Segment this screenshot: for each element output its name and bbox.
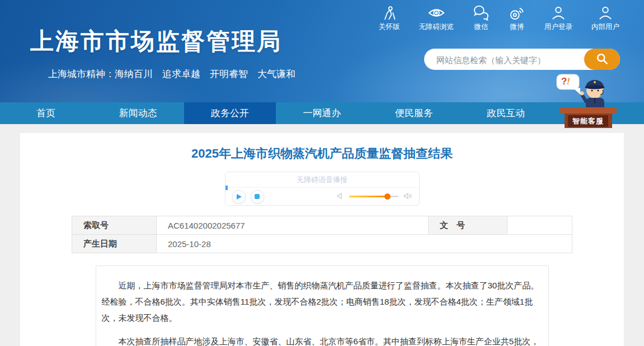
nav-item-public-services[interactable]: 便民服务 bbox=[368, 102, 460, 124]
smart-customer-service-mascot[interactable]: ?! 智能客服 bbox=[556, 73, 621, 129]
quick-link-weibo[interactable]: 微博 bbox=[509, 4, 525, 32]
audio-controls bbox=[225, 188, 419, 205]
wechat-icon bbox=[473, 4, 490, 21]
quick-link-user-login[interactable]: 用户登录 bbox=[544, 4, 572, 32]
main-nav: 首页 新闻动态 政务公开 一网通办 便民服务 政民互动 专题 bbox=[0, 102, 644, 124]
audio-progress-handle[interactable] bbox=[225, 186, 228, 190]
index-number-value: AC61402002025677 bbox=[157, 216, 429, 235]
nav-item-label: 便民服务 bbox=[395, 107, 433, 120]
table-row: 产生日期 2025-10-28 bbox=[72, 235, 572, 253]
quick-link-label: 内部用户 bbox=[591, 22, 619, 32]
quick-link-accessibility[interactable]: 无障碍浏览 bbox=[419, 4, 454, 32]
search-input[interactable] bbox=[435, 49, 580, 71]
eye-icon bbox=[427, 4, 445, 21]
city-spirit-slogan: 上海城市精神：海纳百川 追求卓越 开明睿智 大气谦和 bbox=[48, 68, 295, 80]
nav-item-one-stop-services[interactable]: 一网通办 bbox=[276, 102, 368, 124]
play-button[interactable] bbox=[232, 190, 246, 203]
volume-high-icon bbox=[403, 192, 412, 202]
user-icon bbox=[551, 4, 566, 21]
article-body: 近期，上海市市场监督管理局对本市生产、销售的织物蒸汽机产品质量进行了监督抽查。本… bbox=[96, 266, 549, 346]
article-paragraph: 本次抽查所抽样品产地涉及上海市、安徽省、山东省、北京市等6省市。其中抽查到标称上… bbox=[102, 333, 543, 346]
volume-control bbox=[337, 192, 412, 202]
search-button[interactable] bbox=[584, 49, 620, 70]
site-title: 上海市市场监督管理局 bbox=[30, 26, 282, 57]
quick-link-wechat[interactable]: 微信 bbox=[473, 4, 490, 32]
nav-item-gov-disclosure[interactable]: 政务公开 bbox=[184, 102, 276, 124]
issue-date-label: 产生日期 bbox=[72, 235, 157, 253]
content-card: 2025年上海市织物蒸汽机产品质量监督抽查结果 无障碍语音播报 bbox=[20, 133, 624, 346]
nav-item-news[interactable]: 新闻动态 bbox=[92, 102, 184, 124]
nav-item-interaction[interactable]: 政民互动 bbox=[460, 102, 552, 124]
mascot-desk-label: 智能客服 bbox=[568, 116, 608, 126]
table-row: 索取号 AC61402002025677 文 号 bbox=[72, 216, 572, 235]
quick-links-bar: 关怀版 无障碍浏览 微信 bbox=[379, 4, 619, 32]
nav-item-label: 首页 bbox=[36, 107, 55, 120]
play-icon bbox=[237, 194, 242, 200]
doc-number-value bbox=[507, 216, 572, 235]
quick-link-internal-user[interactable]: 内部用户 bbox=[591, 4, 619, 32]
doc-number-label: 文 号 bbox=[429, 216, 507, 235]
quick-link-label: 用户登录 bbox=[544, 22, 572, 32]
document-meta-table: 索取号 AC61402002025677 文 号 产生日期 2025-10-28 bbox=[72, 216, 572, 253]
elderly-icon bbox=[382, 4, 397, 21]
volume-fill bbox=[349, 196, 388, 197]
audio-player-label: 无障碍语音播报 bbox=[225, 172, 419, 188]
site-search-bar bbox=[424, 49, 620, 70]
audio-player: 无障碍语音播报 bbox=[225, 172, 420, 206]
stop-button[interactable] bbox=[251, 190, 264, 203]
quick-link-label: 无障碍浏览 bbox=[419, 22, 454, 32]
article-paragraph: 近期，上海市市场监督管理局对本市生产、销售的织物蒸汽机产品质量进行了监督抽查。本… bbox=[102, 277, 543, 326]
volume-thumb[interactable] bbox=[384, 193, 391, 200]
volume-low-icon bbox=[337, 192, 344, 202]
site-header: 关怀版 无障碍浏览 微信 bbox=[0, 0, 644, 102]
stop-icon bbox=[255, 194, 260, 199]
nav-item-label: 政务公开 bbox=[211, 107, 249, 120]
issue-date-value: 2025-10-28 bbox=[157, 235, 572, 253]
nav-item-label: 政民互动 bbox=[487, 107, 525, 120]
mascot-speech-bubble: ?! bbox=[561, 77, 570, 86]
nav-item-label: 一网通办 bbox=[303, 107, 341, 120]
quick-link-label: 微信 bbox=[474, 22, 488, 32]
user-icon bbox=[598, 4, 613, 21]
nav-item-label: 新闻动态 bbox=[119, 107, 157, 120]
index-number-label: 索取号 bbox=[72, 216, 157, 235]
volume-slider[interactable] bbox=[349, 196, 398, 197]
quick-link-care-version[interactable]: 关怀版 bbox=[379, 4, 400, 32]
weibo-icon bbox=[509, 4, 525, 21]
article-title: 2025年上海市织物蒸汽机产品质量监督抽查结果 bbox=[20, 133, 624, 162]
quick-link-label: 微博 bbox=[510, 22, 524, 32]
search-icon bbox=[595, 51, 609, 68]
quick-link-label: 关怀版 bbox=[379, 22, 400, 32]
nav-item-home[interactable]: 首页 bbox=[0, 102, 92, 124]
